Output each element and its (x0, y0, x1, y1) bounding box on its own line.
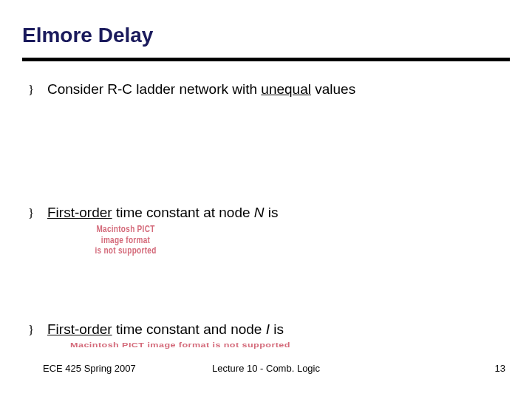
slide: Elmore Delay } Consider R-C ladder netwo… (0, 0, 532, 399)
bullet-item: } Consider R-C ladder network with unequ… (28, 81, 501, 98)
pict-line: Macintosh PICT (66, 224, 185, 234)
bullet-marker-icon: } (28, 206, 47, 221)
footer-center: Lecture 10 - Comb. Logic (0, 363, 532, 374)
text-run: Consider R-C ladder network with (47, 81, 261, 97)
bullet-text: First-order time constant and node I is (47, 321, 284, 338)
missing-pict-placeholder: Macintosh PICT image format is not suppo… (66, 224, 185, 256)
bullet-text: First-order time constant at node N is (47, 205, 279, 221)
bullet-item: } First-order time constant and node I i… (28, 321, 501, 338)
footer-page-number: 13 (495, 363, 505, 374)
bullet-text: Consider R-C ladder network with unequal… (47, 81, 355, 98)
bullet-marker-icon: } (28, 323, 47, 338)
text-run: values (311, 81, 355, 97)
bullet-item: } First-order time constant at node N is (28, 205, 501, 221)
missing-pict-placeholder: Macintosh PICT image format is not suppo… (66, 342, 294, 349)
text-underlined: First-order (47, 321, 112, 337)
text-run: time constant at node (112, 205, 254, 220)
pict-line: image format (66, 235, 185, 245)
page-title: Elmore Delay (22, 24, 153, 47)
text-italic: N (254, 205, 265, 220)
text-run: is (265, 205, 279, 220)
title-rule (22, 58, 510, 61)
bullet-marker-icon: } (28, 83, 47, 98)
text-run: is (270, 321, 284, 337)
text-underlined: First-order (47, 205, 112, 220)
text-underlined: unequal (261, 81, 311, 97)
bullet-list: } Consider R-C ladder network with unequ… (28, 81, 501, 349)
pict-line: is not supported (66, 245, 185, 256)
text-run: time constant and node (112, 321, 266, 337)
